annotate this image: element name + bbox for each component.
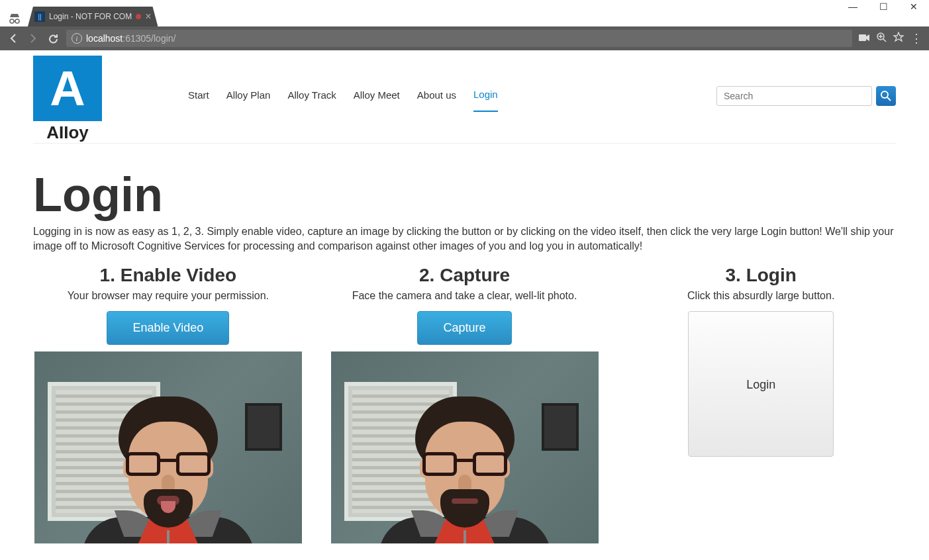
nav-about-us[interactable]: About us bbox=[417, 89, 456, 111]
nav-back-button[interactable] bbox=[7, 32, 20, 45]
nav-alloy-plan[interactable]: Alloy Plan bbox=[226, 89, 271, 111]
page-title: Login bbox=[33, 167, 896, 222]
window-controls: — ☐ ✕ bbox=[838, 0, 929, 13]
address-bar: i localhost:61305/login/ ⋮ bbox=[0, 26, 929, 50]
chrome-menu-button[interactable]: ⋮ bbox=[910, 31, 922, 46]
incognito-icon bbox=[7, 11, 23, 26]
step-subtext: Face the camera and take a clear, well-l… bbox=[330, 290, 600, 302]
search bbox=[716, 86, 896, 106]
steps-row: 1. Enable Video Your browser may require… bbox=[33, 265, 896, 543]
tab-bar: || Login - NOT FOR COM × bbox=[0, 0, 929, 26]
tab-close-button[interactable]: × bbox=[145, 11, 151, 22]
site-info-icon[interactable]: i bbox=[72, 33, 82, 44]
step-capture: 2. Capture Face the camera and take a cl… bbox=[330, 265, 600, 543]
browser-chrome: || Login - NOT FOR COM × i localhost:613… bbox=[0, 0, 929, 50]
address-field[interactable]: i localhost:61305/login/ bbox=[66, 30, 852, 47]
step-enable-video: 1. Enable Video Your browser may require… bbox=[33, 265, 303, 543]
browser-tab[interactable]: || Login - NOT FOR COM × bbox=[28, 7, 158, 26]
svg-rect-2 bbox=[859, 34, 866, 41]
tab-recording-icon bbox=[136, 14, 141, 19]
url-path: /login/ bbox=[151, 33, 175, 44]
nav-alloy-meet[interactable]: Alloy Meet bbox=[354, 89, 400, 111]
step-subtext: Click this absurdly large button. bbox=[626, 290, 896, 302]
nav-forward-button[interactable] bbox=[26, 32, 40, 45]
logo-letter: A bbox=[50, 60, 85, 117]
site-logo[interactable]: A AIIoy bbox=[33, 56, 102, 143]
step-login: 3. Login Click this absurdly large butto… bbox=[626, 265, 896, 543]
nav-login[interactable]: Login bbox=[473, 89, 498, 112]
login-button[interactable]: Login bbox=[688, 311, 834, 457]
url-host: localhost bbox=[86, 33, 122, 44]
nav-start[interactable]: Start bbox=[188, 89, 209, 111]
enable-video-button[interactable]: Enable Video bbox=[107, 311, 229, 345]
step-heading: 3. Login bbox=[626, 265, 896, 286]
bookmark-star-icon[interactable] bbox=[893, 32, 904, 45]
window-minimize-button[interactable]: — bbox=[838, 0, 868, 13]
svg-point-1 bbox=[15, 19, 19, 23]
svg-point-4 bbox=[881, 91, 888, 98]
nav-reload-button[interactable] bbox=[46, 32, 60, 45]
logo-text: AIIoy bbox=[46, 122, 89, 143]
site-header: A AIIoy Start Alloy Plan Alloy Track All… bbox=[33, 50, 896, 144]
svg-point-0 bbox=[10, 19, 14, 23]
page-description: Logging in is now as easy as 1, 2, 3. Si… bbox=[33, 224, 896, 253]
step-subtext: Your browser may require your permission… bbox=[33, 290, 303, 302]
page-viewport[interactable]: A AIIoy Start Alloy Plan Alloy Track All… bbox=[0, 50, 929, 560]
step-heading: 2. Capture bbox=[330, 265, 600, 286]
url-port: :61305 bbox=[122, 33, 151, 44]
search-button[interactable] bbox=[876, 86, 896, 106]
camera-icon[interactable] bbox=[859, 32, 869, 44]
tab-favicon-icon: || bbox=[34, 11, 45, 22]
step-heading: 1. Enable Video bbox=[33, 265, 303, 286]
captured-image[interactable] bbox=[331, 351, 599, 543]
tab-title: Login - NOT FOR COM bbox=[49, 12, 132, 21]
main-nav: Start Alloy Plan Alloy Track Alloy Meet … bbox=[188, 89, 498, 112]
nav-alloy-track[interactable]: Alloy Track bbox=[287, 89, 336, 111]
video-preview[interactable] bbox=[34, 351, 302, 543]
address-bar-actions: ⋮ bbox=[859, 31, 922, 46]
window-close-button[interactable]: ✕ bbox=[899, 0, 929, 13]
zoom-icon[interactable] bbox=[876, 32, 887, 45]
capture-button[interactable]: Capture bbox=[417, 311, 511, 345]
search-input[interactable] bbox=[716, 86, 872, 106]
window-maximize-button[interactable]: ☐ bbox=[868, 0, 899, 13]
